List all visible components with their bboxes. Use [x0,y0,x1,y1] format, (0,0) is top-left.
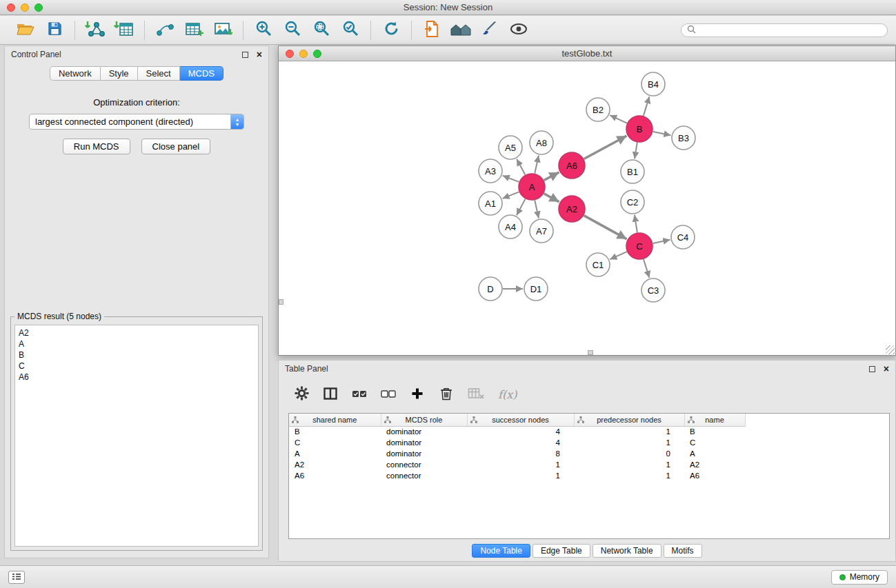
float-table-panel-icon[interactable] [869,366,875,372]
edge-A6-B[interactable] [584,136,627,159]
table-tab-edge-table[interactable]: Edge Table [532,544,590,558]
edge-B-B3[interactable] [653,132,671,135]
mcds-result-item[interactable]: B [19,349,255,361]
edge-A-A4[interactable] [517,199,526,216]
memory-button[interactable]: Memory [831,570,888,585]
show-columns-button[interactable] [323,386,338,404]
control-tab-style[interactable]: Style [101,66,138,81]
search-input[interactable] [699,26,882,35]
apply-layout-button[interactable] [379,19,403,41]
new-network-button[interactable] [153,19,177,41]
close-window-button[interactable] [7,3,15,12]
import-from-ndex-button[interactable] [420,19,444,41]
float-panel-icon[interactable] [242,52,248,58]
edge-A-A3[interactable] [503,176,519,182]
show-panels-button[interactable] [8,571,25,584]
node-A4[interactable]: A4 [499,215,522,239]
network-window-titlebar[interactable]: testGlobe.txt [279,46,895,61]
zoom-fit-button[interactable] [310,19,333,41]
delete-table-button[interactable] [468,386,484,404]
table-row[interactable]: Adominator80A [289,448,745,459]
deselect-all-button[interactable] [381,386,396,404]
control-tab-select[interactable]: Select [138,66,180,81]
table-row[interactable]: A6connector11A6 [289,470,745,481]
node-B4[interactable]: B4 [641,72,665,96]
close-panel-button[interactable]: Close panel [141,139,211,154]
edge-B-B1[interactable] [635,143,637,159]
node-A[interactable]: A [519,174,545,200]
edge-A-A6[interactable] [544,172,559,181]
edge-A2-C[interactable] [584,216,627,239]
style-brush-button[interactable] [478,19,501,41]
network-canvas[interactable]: B4B2BB3A5A8A6A3B1AC2A1A2A4A7C4CC1C3DD1 [279,62,895,355]
column-header-successor-nodes[interactable]: successor nodes [467,414,574,426]
node-B[interactable]: B [626,116,653,142]
minimize-window-button[interactable] [21,3,29,12]
select-all-button[interactable] [352,386,367,404]
control-tab-network[interactable]: Network [50,66,101,81]
mcds-result-item[interactable]: A [19,338,255,349]
node-D[interactable]: D [479,277,502,301]
column-header-shared-name[interactable]: shared name [289,414,381,426]
node-A6[interactable]: A6 [559,152,585,179]
zoom-out-button[interactable] [281,19,304,41]
table-row[interactable]: Cdominator41C [289,437,745,448]
mcds-result-item[interactable]: C [19,361,255,372]
edge-A-A2[interactable] [544,194,559,202]
optimization-criterion-dropdown[interactable]: largest connected component (directed) ▴… [29,114,244,130]
function-builder-button[interactable]: f(x) [498,386,517,404]
dropdown-stepper-icon[interactable]: ▴▾ [230,114,243,130]
table-tab-node-table[interactable]: Node Table [472,544,530,558]
import-network-button[interactable] [83,19,107,41]
node-C2[interactable]: C2 [621,190,644,214]
close-network-window-button[interactable] [286,50,294,58]
table-row[interactable]: A2connector11A2 [289,459,745,470]
table-row[interactable]: Bdominator41B [289,426,745,437]
ndex-home-button[interactable] [449,19,472,41]
edge-A-A5[interactable] [517,159,525,175]
add-row-button[interactable] [410,386,425,404]
zoom-selected-button[interactable] [339,19,362,41]
edge-C-C4[interactable] [653,240,670,243]
node-C1[interactable]: C1 [586,253,610,276]
edge-A-A1[interactable] [503,192,519,199]
scrollbar-nub[interactable] [279,299,283,305]
mcds-result-list[interactable]: A2ABCA6 [14,325,259,547]
save-session-button[interactable] [43,19,66,41]
column-header-name[interactable]: name [684,414,745,426]
node-C4[interactable]: C4 [671,225,695,249]
edge-C-C1[interactable] [610,252,626,259]
node-B2[interactable]: B2 [586,98,610,121]
open-session-button[interactable] [14,19,37,41]
column-header-mcds-role[interactable]: MCDS role [381,414,467,426]
node-C3[interactable]: C3 [641,278,665,302]
edge-C-C2[interactable] [635,215,637,232]
table-settings-button[interactable] [294,386,309,404]
import-table-button[interactable] [112,19,136,41]
zoom-network-window-button[interactable] [313,50,321,58]
show-graphics-details-button[interactable] [507,19,530,41]
node-D1[interactable]: D1 [524,277,548,301]
edge-A-A8[interactable] [535,156,539,174]
minimize-network-window-button[interactable] [299,50,308,58]
node-C[interactable]: C [626,233,653,259]
control-tab-mcds[interactable]: MCDS [180,66,223,81]
node-A5[interactable]: A5 [499,136,522,159]
table-tab-network-table[interactable]: Network Table [593,544,661,558]
mcds-result-item[interactable]: A2 [19,327,255,338]
zoom-in-button[interactable] [252,19,275,41]
node-A8[interactable]: A8 [530,131,553,154]
mcds-result-item[interactable]: A6 [19,372,255,383]
edge-B-B2[interactable] [610,115,627,123]
resize-handle[interactable] [886,345,895,354]
edge-A-A7[interactable] [535,201,539,219]
close-panel-icon[interactable]: × [257,51,262,58]
node-B1[interactable]: B1 [621,160,644,183]
node-A2[interactable]: A2 [559,196,585,222]
zoom-window-button[interactable] [34,3,43,12]
edge-C-C3[interactable] [644,259,649,278]
search-box[interactable] [681,23,888,37]
edge-B-B4[interactable] [644,97,650,116]
node-A7[interactable]: A7 [530,219,553,243]
close-table-panel-icon[interactable]: × [884,365,889,372]
